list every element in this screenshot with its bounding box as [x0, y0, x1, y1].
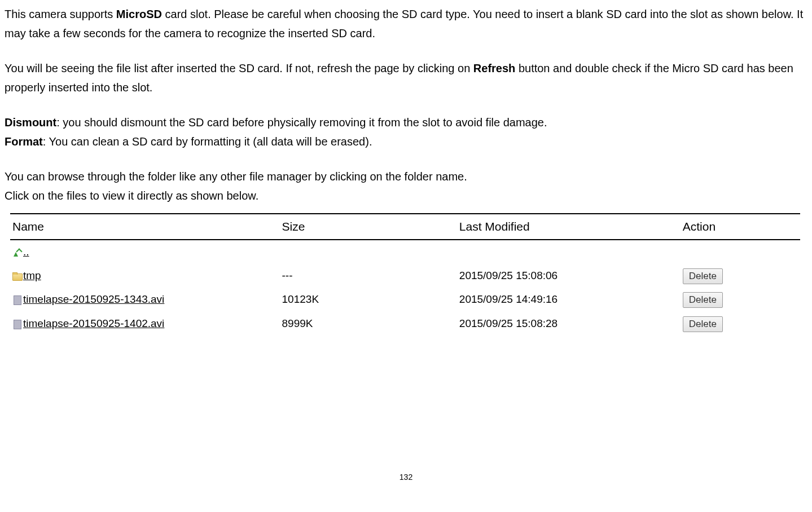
cell-size	[280, 240, 457, 264]
file-icon	[12, 295, 22, 304]
parent-folder-link[interactable]: ..	[23, 246, 29, 258]
text: : You can clean a SD card by formatting …	[43, 135, 372, 148]
cell-size: 10123K	[280, 288, 457, 311]
table-row: timelapse-20150925-1343.avi 10123K 2015/…	[10, 288, 800, 311]
text: Click on the files to view it directly a…	[5, 189, 258, 202]
table-row: tmp --- 2015/09/25 15:08:06 Delete	[10, 264, 800, 288]
file-list-table: Name Size Last Modified Action .. tmp --…	[10, 213, 800, 336]
text: : you should dismount the SD card before…	[56, 116, 547, 129]
header-size: Size	[280, 214, 457, 240]
file-link[interactable]: timelapse-20150925-1402.avi	[23, 317, 164, 329]
bold-text: Refresh	[473, 62, 515, 74]
folder-link[interactable]: tmp	[23, 270, 41, 281]
header-action: Action	[681, 214, 800, 240]
delete-button[interactable]: Delete	[683, 292, 723, 308]
folder-icon	[12, 272, 22, 280]
table-header-row: Name Size Last Modified Action	[10, 214, 800, 240]
text: You can browse through the folder like a…	[5, 170, 467, 183]
delete-button[interactable]: Delete	[683, 316, 723, 332]
page-number: 132	[5, 471, 807, 484]
text: You will be seeing the file list after i…	[5, 62, 473, 74]
table-row: timelapse-20150925-1402.avi 8999K 2015/0…	[10, 312, 800, 336]
bold-text: Format	[5, 135, 43, 148]
paragraph-1: This camera supports MicroSD card slot. …	[5, 5, 807, 43]
file-icon	[12, 320, 22, 328]
cell-modified: 2015/09/25 14:49:16	[457, 288, 681, 311]
file-link[interactable]: timelapse-20150925-1343.avi	[23, 293, 164, 305]
bold-text: MicroSD	[116, 8, 162, 20]
paragraph-3: Dismount: you should dismount the SD car…	[5, 113, 807, 151]
header-modified: Last Modified	[457, 214, 681, 240]
header-name: Name	[10, 214, 280, 240]
cell-size: 8999K	[280, 312, 457, 336]
cell-modified: 2015/09/25 15:08:06	[457, 264, 681, 288]
table-row: ..	[10, 240, 800, 264]
delete-button[interactable]: Delete	[683, 268, 723, 284]
cell-size: ---	[280, 264, 457, 288]
bold-text: Dismount	[5, 116, 56, 129]
cell-modified	[457, 240, 681, 264]
cell-action	[681, 240, 800, 264]
cell-modified: 2015/09/25 15:08:28	[457, 312, 681, 336]
up-folder-icon	[12, 248, 22, 257]
text: This camera supports	[5, 8, 116, 20]
paragraph-4: You can browse through the folder like a…	[5, 167, 807, 205]
paragraph-2: You will be seeing the file list after i…	[5, 59, 807, 97]
